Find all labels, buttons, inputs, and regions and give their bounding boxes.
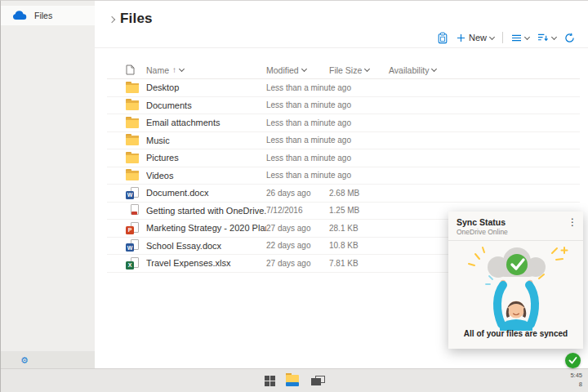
file-type-icon: X: [107, 257, 146, 270]
sync-popup-subtitle: OneDrive Online: [457, 228, 575, 236]
toolbar-divider: [502, 32, 503, 43]
file-type-icon: [107, 100, 146, 110]
paste-button[interactable]: [437, 32, 448, 44]
column-modified[interactable]: Modified: [266, 65, 329, 75]
folder-icon: [126, 154, 139, 163]
sidebar-item-files[interactable]: Files: [1, 6, 95, 25]
word-file-icon: W: [126, 187, 139, 199]
breadcrumb: Files: [109, 11, 153, 27]
check-icon: [568, 357, 577, 364]
table-row[interactable]: W Document.docx 26 days ago 2.68 MB: [107, 185, 580, 203]
excel-file-icon: X: [126, 257, 139, 270]
file-name: School Essay.docx: [146, 241, 266, 251]
column-availability[interactable]: Availability: [389, 65, 580, 75]
sync-popup-title: Sync Status: [457, 217, 575, 227]
column-name[interactable]: Name ↑: [146, 65, 266, 75]
windows-start-button[interactable]: [265, 376, 275, 386]
new-button[interactable]: New: [457, 33, 494, 42]
folder-icon: [126, 119, 139, 128]
table-row[interactable]: Desktop Less than a minute ago: [107, 79, 580, 97]
column-size[interactable]: File Size: [329, 65, 389, 75]
refresh-icon: [564, 33, 575, 43]
folder-icon: [126, 172, 139, 180]
table-row[interactable]: Pictures Less than a minute ago: [107, 149, 580, 167]
file-type-icon: [107, 204, 146, 216]
file-type-icon: [107, 170, 146, 180]
column-type[interactable]: [107, 65, 146, 75]
file-name: Videos: [146, 171, 266, 180]
chevron-down-icon: [301, 66, 307, 72]
file-modified: Less than a minute ago: [266, 136, 329, 145]
file-modified: Less than a minute ago: [266, 83, 329, 92]
file-type-icon: [107, 82, 146, 93]
paste-icon: [437, 32, 448, 44]
file-name: Marketing Strategy - 2020 Plan.pptx: [146, 223, 266, 233]
file-name: Travel Expenses.xlsx: [146, 258, 266, 268]
file-modified: 7/12/2016: [266, 206, 329, 215]
file-size: 2.68 MB: [329, 189, 389, 198]
chevron-down-icon: [551, 33, 557, 39]
file-name: Getting started with OneDrive.pdf: [146, 206, 266, 216]
chevron-down-icon: [489, 33, 495, 39]
file-modified: 22 days ago: [266, 241, 329, 250]
file-modified: 26 days ago: [266, 189, 329, 198]
view-list-icon: [511, 33, 522, 42]
sync-check-circle: [506, 254, 528, 275]
chevron-right-icon[interactable]: [109, 16, 115, 22]
new-button-label: New: [469, 33, 487, 42]
more-options-icon[interactable]: ⋮: [568, 217, 577, 227]
file-type-icon: W: [107, 239, 146, 252]
sort-icon: [537, 33, 549, 42]
sync-status-popup: Sync Status OneDrive Online ⋮: [448, 212, 583, 349]
file-name: Pictures: [146, 153, 266, 163]
file-size: 10.8 KB: [329, 241, 389, 250]
taskbar-icons: [1, 369, 588, 392]
table-row[interactable]: Email attachments Less than a minute ago: [107, 114, 580, 132]
file-type-icon: P: [107, 222, 146, 234]
woman-illustration: [497, 280, 534, 331]
file-modified: Less than a minute ago: [266, 171, 329, 180]
chevron-down-icon: [431, 66, 437, 72]
file-modified: 27 days ago: [266, 224, 329, 233]
file-name: Document.docx: [146, 188, 266, 198]
plus-icon: [457, 33, 466, 42]
file-modified: 27 days ago: [266, 259, 329, 268]
taskbar-clock[interactable]: 5:45 8: [570, 372, 582, 390]
pdf-file-icon: [126, 204, 139, 216]
sync-popup-header: Sync Status OneDrive Online ⋮: [448, 212, 583, 241]
file-name: Documents: [146, 100, 266, 110]
document-icon: [126, 65, 135, 75]
sort-button[interactable]: [537, 33, 556, 42]
table-row[interactable]: Videos Less than a minute ago: [107, 167, 580, 185]
table-row[interactable]: Documents Less than a minute ago: [107, 97, 580, 115]
sync-tray-button[interactable]: [565, 353, 581, 368]
refresh-button[interactable]: [564, 33, 575, 43]
onedrive-cloud-icon: [12, 11, 27, 20]
toolbar-rule: [95, 47, 588, 48]
file-type-icon: [107, 118, 146, 128]
settings-gear-icon[interactable]: ⚙: [20, 356, 29, 365]
task-view-button[interactable]: [311, 376, 325, 385]
taskbar: 5:45 8: [1, 368, 588, 392]
sidebar-item-label: Files: [34, 11, 52, 20]
powerpoint-file-icon: P: [126, 222, 139, 234]
sync-status-message: All of your files are synced: [448, 329, 583, 338]
file-name: Email attachments: [146, 118, 266, 127]
file-type-icon: W: [107, 187, 146, 199]
chevron-down-icon: [364, 66, 370, 72]
toolbar: New: [437, 29, 575, 46]
sort-ascending-icon: ↑: [172, 65, 176, 74]
file-name: Desktop: [146, 82, 266, 92]
folder-icon: [126, 136, 139, 145]
word-file-icon: W: [126, 239, 139, 252]
clock-date: 8: [570, 381, 582, 390]
clock-time: 5:45: [570, 372, 582, 381]
view-options-button[interactable]: [511, 33, 529, 42]
folder-icon: [126, 101, 139, 110]
file-size: 1.25 MB: [329, 206, 389, 215]
sidebar-footer: ⚙: [1, 351, 95, 369]
table-row[interactable]: Music Less than a minute ago: [107, 132, 580, 150]
file-explorer-button[interactable]: [286, 375, 301, 386]
chevron-down-icon: [179, 66, 185, 72]
chevron-down-icon: [524, 33, 530, 39]
